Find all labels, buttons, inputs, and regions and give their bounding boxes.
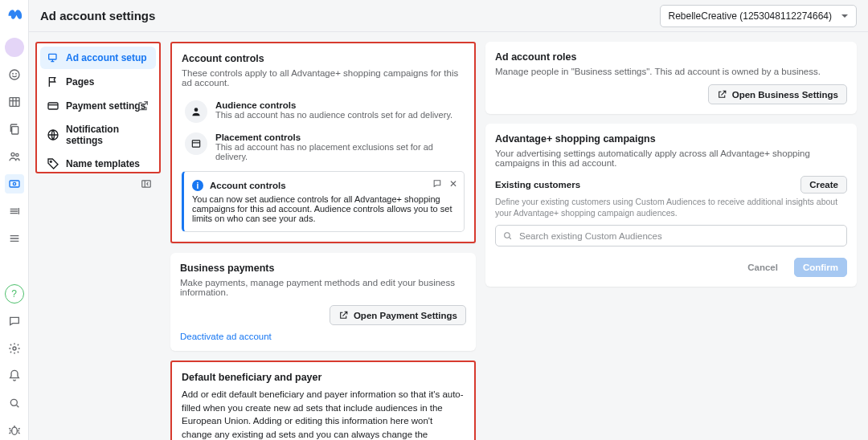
svg-point-6: [15, 153, 18, 156]
svg-rect-7: [10, 181, 19, 187]
rail-grid-icon[interactable]: [5, 92, 24, 112]
search-icon: [502, 230, 513, 241]
beneficiary-title: Default beneficiary and payer: [182, 372, 465, 383]
svg-rect-4: [11, 127, 18, 134]
svg-rect-3: [10, 98, 19, 107]
meta-logo-icon: [6, 6, 23, 25]
sidebar-item-label: Payment settings: [66, 100, 145, 112]
account-controls-card: Account controls These controls apply to…: [170, 42, 476, 243]
advantage-desc: Your advertising settings automatically …: [495, 149, 847, 168]
sidebar-item-label: Name templates: [66, 158, 140, 169]
rail-billing-icon[interactable]: [5, 174, 24, 194]
deactivate-ad-account-link[interactable]: Deactivate ad account: [180, 332, 272, 341]
svg-point-10: [10, 399, 17, 405]
placement-controls-desc: This ad account has no placement exclusi…: [215, 142, 461, 161]
page-title: Ad account settings: [40, 9, 155, 22]
rail-avatar-icon[interactable]: [5, 38, 24, 57]
svg-point-0: [10, 70, 19, 79]
placement-controls-row[interactable]: Placement controls This ad account has n…: [182, 128, 465, 166]
rail-settings-icon[interactable]: [5, 339, 24, 358]
sidebar-item-label: Ad account setup: [66, 52, 147, 63]
svg-point-19: [505, 233, 510, 238]
global-left-rail: ?: [0, 0, 29, 440]
svg-point-11: [11, 427, 17, 434]
info-note-icon[interactable]: [432, 178, 443, 190]
svg-point-2: [15, 73, 16, 74]
external-link-icon: [137, 100, 149, 112]
rail-copy-icon[interactable]: [5, 120, 24, 139]
rail-stack-icon[interactable]: [5, 202, 24, 221]
business-payments-desc: Make payments, manage payment methods an…: [180, 278, 466, 297]
svg-rect-16: [142, 181, 151, 187]
sidebar-item-ad-account-setup[interactable]: Ad account setup: [40, 47, 156, 69]
open-payment-settings-button[interactable]: Open Payment Settings: [330, 305, 466, 325]
create-button[interactable]: Create: [800, 176, 847, 194]
svg-point-15: [50, 161, 51, 162]
info-body: You can now set audience controls for al…: [192, 194, 456, 223]
close-icon[interactable]: ✕: [449, 178, 457, 190]
ad-account-roles-card: Ad account roles Manage people in "Busin…: [485, 42, 857, 114]
sidebar-item-payment-settings[interactable]: Payment settings: [40, 95, 156, 117]
svg-rect-13: [48, 103, 58, 109]
external-link-icon: [338, 310, 349, 320]
flag-icon: [47, 75, 59, 88]
sidebar-item-name-templates[interactable]: Name templates: [40, 153, 156, 175]
placement-controls-title: Placement controls: [215, 132, 461, 142]
svg-point-5: [11, 153, 14, 156]
info-title: Account controls: [210, 181, 286, 190]
rail-bug-icon[interactable]: [5, 421, 24, 440]
rail-help-icon[interactable]: ?: [5, 284, 24, 304]
svg-point-17: [194, 108, 199, 112]
page-header: Ad account settings RebelleCreative (125…: [29, 0, 868, 32]
open-payment-settings-label: Open Payment Settings: [354, 311, 457, 320]
rail-bell-icon[interactable]: [5, 366, 24, 385]
svg-point-8: [13, 182, 15, 185]
sidebar-item-label: Notification settings: [66, 124, 149, 146]
svg-rect-12: [49, 54, 56, 59]
custom-audience-search[interactable]: Search existing Custom Audiences: [495, 225, 847, 246]
advantage-shopping-card: Advantage+ shopping campaigns Your adver…: [485, 124, 857, 287]
open-business-settings-label: Open Business Settings: [732, 90, 838, 100]
svg-rect-18: [192, 141, 199, 147]
rail-chat-icon[interactable]: [5, 312, 24, 331]
audience-controls-desc: This ad account has no audience controls…: [215, 110, 452, 120]
confirm-button[interactable]: Confirm: [794, 258, 847, 277]
audience-controls-title: Audience controls: [215, 100, 452, 110]
beneficiary-desc: Add or edit default beneficiary and paye…: [182, 389, 464, 440]
existing-customers-desc: Define your existing customers using Cus…: [495, 196, 847, 218]
account-controls-desc: These controls apply to all Advantage+ s…: [182, 68, 465, 88]
account-controls-title: Account controls: [182, 53, 465, 64]
rail-people-icon[interactable]: [5, 147, 24, 166]
beneficiary-card: Default beneficiary and payer Add or edi…: [170, 361, 476, 440]
cancel-button[interactable]: Cancel: [739, 258, 786, 277]
account-controls-info: ✕ i Account controls You can now set aud…: [182, 171, 465, 232]
globe-icon: [47, 128, 59, 141]
setup-icon: [47, 51, 59, 64]
ad-account-picker[interactable]: RebelleCreative (1253048112274664): [660, 5, 857, 27]
existing-customers-label: Existing customers: [495, 180, 580, 189]
sidebar-item-label: Pages: [66, 76, 94, 88]
rail-emoji-icon[interactable]: [5, 65, 24, 84]
info-icon: i: [192, 180, 203, 191]
open-business-settings-button[interactable]: Open Business Settings: [708, 84, 847, 104]
roles-desc: Manage people in "Business settings". Th…: [495, 67, 847, 76]
svg-point-1: [12, 73, 13, 74]
external-link-icon: [717, 89, 727, 100]
sidebar-item-notification-settings[interactable]: Notification settings: [40, 119, 156, 151]
sidebar-item-pages[interactable]: Pages: [40, 71, 156, 93]
business-payments-card: Business payments Make payments, manage …: [170, 253, 476, 351]
tag-icon: [47, 157, 59, 170]
account-picker-label: RebelleCreative (1253048112274664): [669, 10, 832, 22]
card-icon: [47, 100, 59, 112]
svg-point-9: [13, 347, 16, 350]
rail-menu-icon[interactable]: [5, 229, 24, 248]
roles-title: Ad account roles: [495, 51, 847, 63]
audience-icon: [185, 100, 207, 123]
search-placeholder: Search existing Custom Audiences: [519, 231, 662, 241]
sidebar-collapse-icon[interactable]: [137, 178, 156, 189]
business-payments-title: Business payments: [180, 263, 466, 274]
settings-sidebar: Ad account setup Pages Payment settings …: [35, 42, 161, 173]
audience-controls-row[interactable]: Audience controls This ad account has no…: [182, 96, 465, 128]
rail-search-icon[interactable]: [5, 393, 24, 413]
advantage-title: Advantage+ shopping campaigns: [495, 133, 847, 145]
